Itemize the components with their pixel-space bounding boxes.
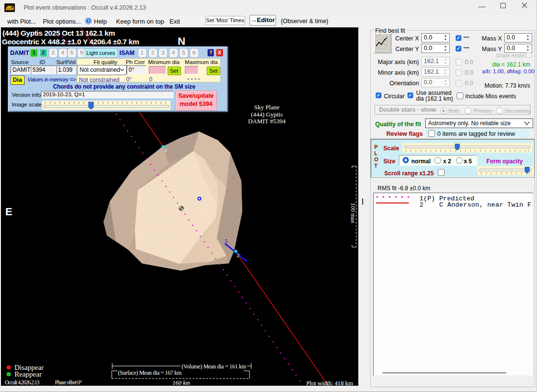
- svg-text:Geocentric X 448.2 ±1.0 Y 4: Geocentric X 448.2 ±1.0 Y 4206.4 ±0.7 km: [2, 38, 139, 46]
- svg-text:Phase offset 0°: Phase offset 0°: [55, 379, 82, 385]
- svg-text:Occult 4.2026.2.13: Occult 4.2026.2.13: [5, 379, 39, 385]
- svg-text:(444) Gyptis: (444) Gyptis: [251, 111, 283, 118]
- svg-text:N: N: [178, 35, 185, 47]
- svg-text:E: E: [5, 206, 13, 218]
- svg-text:C Anderson, near Twin F: C Anderson, near Twin F: [439, 201, 531, 209]
- svg-text:2: 2: [237, 252, 240, 258]
- svg-text:Reappear: Reappear: [14, 370, 42, 378]
- svg-text:2: 2: [164, 147, 167, 153]
- svg-text:1: 1: [197, 234, 200, 239]
- svg-text:2: 2: [419, 201, 423, 209]
- svg-text:(Surface) Mean dia = 167 km: (Surface) Mean dia = 167 km: [118, 369, 182, 376]
- svg-text:(Volume) Mean dia = 161 km: (Volume) Mean dia = 161 km: [182, 363, 247, 370]
- svg-text:(444) Gyptis 2025 Oct 13 16: (444) Gyptis 2025 Oct 13 162.1 km: [2, 29, 115, 37]
- svg-text:Plot width: 418 km: Plot width: 418 km: [306, 379, 353, 387]
- svg-text:DAMIT #5394: DAMIT #5394: [248, 118, 286, 125]
- svg-text:5: 5: [225, 238, 228, 244]
- svg-text:160 km: 160 km: [172, 379, 190, 386]
- svg-text:100 mas: 100 mas: [350, 203, 356, 223]
- svg-text:Sky Plane: Sky Plane: [254, 104, 280, 111]
